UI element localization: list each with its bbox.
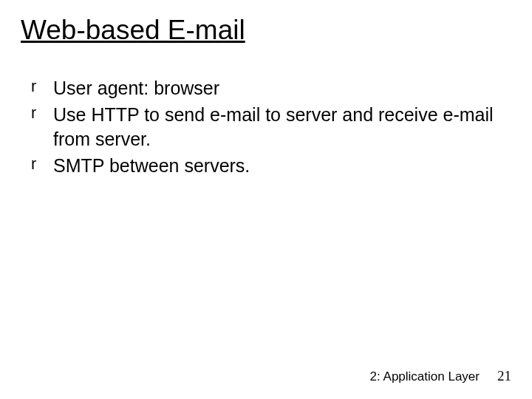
- bullet-marker: r: [31, 103, 36, 124]
- footer-chapter-label: 2: Application Layer: [370, 369, 480, 384]
- list-item: r SMTP between servers.: [53, 154, 511, 178]
- bullet-marker: r: [31, 154, 36, 175]
- slide-footer: 2: Application Layer 21: [370, 368, 511, 384]
- list-item: r Use HTTP to send e-mail to server and …: [53, 103, 511, 151]
- bullet-text: Use HTTP to send e-mail to server and re…: [53, 104, 494, 149]
- slide: Web-based E-mail r User agent: browser r…: [0, 0, 532, 399]
- bullet-text: SMTP between servers.: [53, 155, 250, 176]
- bullet-marker: r: [31, 76, 36, 98]
- slide-title: Web-based E-mail: [21, 15, 511, 47]
- list-item: r User agent: browser: [53, 76, 511, 100]
- bullet-text: User agent: browser: [53, 78, 219, 98]
- bullet-list: r User agent: browser r Use HTTP to send…: [21, 76, 511, 178]
- footer-page-number: 21: [497, 368, 511, 384]
